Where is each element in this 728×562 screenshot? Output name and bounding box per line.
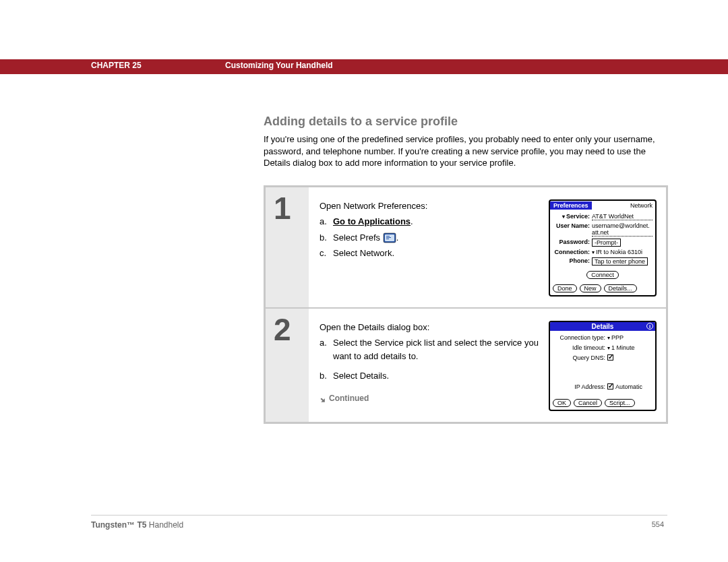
palm-done-button: Done (553, 284, 577, 292)
step-1-body: Open Network Preferences: a. Go to Appli… (309, 187, 666, 307)
palm-mode: Network (630, 202, 655, 209)
step-1-instructions: Open Network Preferences: a. Go to Appli… (320, 199, 539, 296)
section-title: Adding details to a service profile (264, 115, 668, 129)
palm-idle-row: Idle timeout: 1 Minute (553, 344, 652, 351)
palm-new-button: New (580, 284, 601, 292)
step-2-number: 2 (266, 309, 309, 422)
step-2-b: b. Select Details. (320, 369, 539, 383)
footer-product: Tungsten™ T5 Handheld (91, 520, 183, 530)
chapter-label: CHAPTER 25 (91, 61, 142, 70)
palm-dns-row: Query DNS: (553, 354, 652, 361)
section-intro: If you're using one of the predefined se… (264, 133, 668, 169)
palm-username-row: User Name: username@worldnet.att.net (553, 222, 653, 237)
palm-password-row: Password: -Prompt- (553, 239, 653, 247)
step-2: 2 Open the Details dialog box: a. Select… (266, 309, 666, 422)
info-icon: i (646, 323, 653, 330)
go-to-applications-link[interactable]: Go to Applications (333, 216, 411, 226)
palm-conntype-row: Connection type: PPP (553, 334, 652, 341)
step-1-a: a. Go to Applications. (320, 215, 539, 228)
svg-rect-3 (386, 237, 391, 238)
step-2-body: Open the Details dialog box: a. Select t… (309, 309, 666, 422)
continued-indicator: Continued (320, 392, 539, 404)
palm-ip-row: IP Address: Automatic (553, 383, 652, 390)
main-content: Adding details to a service profile If y… (264, 115, 668, 424)
palm-phone-row: Phone: Tap to enter phone (553, 257, 653, 266)
header-bar: CHAPTER 25 Customizing Your Handheld (0, 59, 728, 74)
palm-script-button: Script... (605, 399, 635, 407)
step-2-instructions: Open the Details dialog box: a. Select t… (320, 321, 539, 411)
chapter-title: Customizing Your Handheld (225, 61, 333, 70)
palm-service-row: Service: AT&T WorldNet (553, 213, 653, 220)
step-1-title: Open Network Preferences: (320, 199, 539, 213)
step-2-a: a. Select the Service pick list and sele… (320, 336, 539, 363)
palm-details-titlebar: Details i (550, 322, 655, 331)
svg-rect-2 (386, 236, 390, 237)
palm-connection-row: Connection: IR to Nokia 6310i (553, 249, 653, 255)
step-1-c: c. Select Network. (320, 247, 539, 260)
palm-connect-button: Connect (586, 271, 619, 279)
palm-title: Preferences (550, 201, 592, 210)
continued-arrow-icon (320, 395, 326, 402)
palm-ip-checkbox (607, 383, 613, 389)
palm-cancel-button: Cancel (574, 399, 602, 407)
steps-container: 1 Open Network Preferences: a. Go to App… (264, 185, 668, 424)
footer-divider (91, 515, 667, 516)
step-1: 1 Open Network Preferences: a. Go to App… (266, 187, 666, 309)
palm-preferences-screenshot: Preferences Network Service: AT&T WorldN… (549, 199, 657, 296)
palm-titlebar: Preferences Network (550, 201, 655, 210)
palm-ok-button: OK (553, 399, 571, 407)
prefs-icon (383, 232, 396, 243)
palm-dns-checkbox (607, 354, 613, 361)
palm-details-screenshot: Details i Connection type: PPP Idle time… (549, 321, 657, 411)
step-1-number: 1 (266, 187, 309, 307)
step-2-title: Open the Details dialog box: (320, 321, 539, 334)
palm-details-button: Details... (604, 284, 637, 292)
svg-rect-4 (386, 239, 389, 239)
footer-page-number: 554 (652, 520, 664, 528)
step-1-b: b. Select Prefs . (320, 231, 539, 245)
